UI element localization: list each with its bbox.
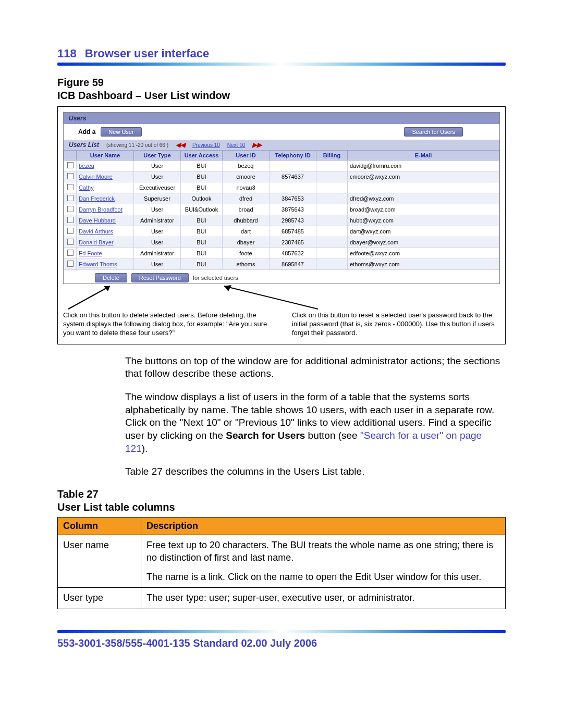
desc-col-header: Description <box>141 517 506 535</box>
telephony-id-cell: 8695847 <box>270 259 316 270</box>
billing-cell <box>316 226 348 237</box>
row-checkbox[interactable] <box>67 228 74 234</box>
arrow-icon <box>63 283 126 311</box>
paragraph-2-bold: Search for Users <box>226 430 305 441</box>
email-cell: dbayer@wxyz.com <box>348 237 499 248</box>
telephony-id-cell: 4857632 <box>270 248 316 259</box>
table-row: Dave HubbardAdministratorBUIdhubbard2985… <box>64 215 499 226</box>
user-id-cell: dbayer <box>223 237 270 248</box>
description-table: Column Description User nameFree text up… <box>57 517 506 609</box>
billing-cell <box>316 204 348 215</box>
footer-text: 553-3001-358/555-4001-135 Standard 02.00… <box>57 637 506 649</box>
row-checkbox[interactable] <box>67 239 74 245</box>
user-name-link[interactable]: Ed Foote <box>79 250 102 256</box>
user-access-cell: BUI&Outlook <box>181 204 223 215</box>
row-checkbox[interactable] <box>67 261 74 267</box>
telephony-id-cell: 3847653 <box>270 193 316 204</box>
table-row: User typeThe user type: user; super-user… <box>58 588 506 609</box>
user-name-link[interactable]: Cathy <box>79 184 94 191</box>
table-row: Dan FrederickSuperuserOutlookdfred384765… <box>64 193 499 204</box>
dashboard: Users Add a New User Search for Users Us… <box>63 112 500 284</box>
header-rule <box>57 63 506 66</box>
reset-password-button[interactable]: Reset Password <box>131 273 189 282</box>
section-users-header: Users <box>64 113 499 124</box>
desc-column-cell: User name <box>58 535 141 588</box>
user-id-cell: bezeq <box>223 161 270 171</box>
user-type-cell: Administrator <box>134 215 181 226</box>
user-access-cell: BUI <box>181 215 223 226</box>
desc-col-header: Column <box>58 517 141 535</box>
row-checkbox[interactable] <box>67 173 74 179</box>
paragraph-3: Table 27 describes the columns in the Us… <box>125 465 506 478</box>
email-cell: ethoms@wxyz.com <box>348 259 499 270</box>
billing-cell <box>316 215 348 226</box>
user-access-cell: BUI <box>181 161 223 171</box>
prev-10-link[interactable]: Previous 10 <box>192 142 220 148</box>
billing-cell <box>316 248 348 259</box>
table-caption: User List table columns <box>57 501 175 513</box>
row-checkbox[interactable] <box>67 195 74 201</box>
user-access-cell: BUI <box>181 226 223 237</box>
user-access-cell: Outlook <box>181 193 223 204</box>
paragraph-2: The window displays a list of users in t… <box>125 391 506 455</box>
delete-button[interactable]: Delete <box>95 273 127 282</box>
user-id-cell: dhubbard <box>223 215 270 226</box>
row-checkbox[interactable] <box>67 162 74 168</box>
user-name-link[interactable]: David Arthurs <box>79 228 113 235</box>
telephony-id-cell: 2387465 <box>270 237 316 248</box>
paragraph-1: The buttons on top of the window are for… <box>125 355 506 380</box>
user-name-link[interactable]: Donald Bayer <box>79 239 114 245</box>
table-row: Darryn BroadfootUserBUI&Outlookbroad3875… <box>64 204 499 215</box>
table-row: CathyExecutiveuserBUInovau3 <box>64 182 499 193</box>
table-row: bezeqUserBUIbezeqdavidg@fromru.com <box>64 161 499 171</box>
users-col-header: E-Mail <box>348 151 499 161</box>
arrow-icon <box>219 283 323 311</box>
search-users-button[interactable]: Search for Users <box>404 127 463 137</box>
users-col-header: User Type <box>134 151 181 161</box>
row-checkbox[interactable] <box>67 184 74 190</box>
desc-description-cell: Free text up to 20 characters. The BUI t… <box>141 535 506 588</box>
user-type-cell: User <box>134 226 181 237</box>
prev-arrow-icon: ◀◀ <box>176 141 185 149</box>
user-type-cell: User <box>134 161 181 171</box>
user-name-link[interactable]: Dave Hubbard <box>79 217 116 224</box>
user-type-cell: User <box>134 171 181 182</box>
user-name-link[interactable]: bezeq <box>79 163 94 169</box>
desc-column-cell: User type <box>58 588 141 609</box>
users-col-header: User Name <box>77 151 134 161</box>
user-name-link[interactable]: Darryn Broadfoot <box>79 206 123 213</box>
row-checkbox[interactable] <box>67 250 74 256</box>
user-name-link[interactable]: Dan Frederick <box>79 195 115 202</box>
page-title: Browser user interface <box>85 47 209 60</box>
desc-description-cell: The user type: user; super-user, executi… <box>141 588 506 609</box>
table-row: Ed FooteAdministratorBUIfoote4857632edfo… <box>64 248 499 259</box>
users-col-header: User Access <box>181 151 223 161</box>
add-label: Add a <box>78 128 95 135</box>
table-row: Edward ThomsUserBUIethoms8695847ethoms@w… <box>64 259 499 270</box>
user-name-link[interactable]: Calvin Moore <box>79 174 113 180</box>
row-checkbox[interactable] <box>67 217 74 223</box>
telephony-id-cell <box>270 182 316 193</box>
user-type-cell: Administrator <box>134 248 181 259</box>
for-selected-label: for selected users <box>193 275 238 281</box>
paragraph-2c: button (see <box>305 430 360 441</box>
user-type-cell: User <box>134 259 181 270</box>
paragraph-2d: ). <box>142 443 148 454</box>
users-col-header: Telephony ID <box>270 151 316 161</box>
row-checkbox[interactable] <box>67 206 74 212</box>
users-table: User NameUser TypeUser AccessUser IDTele… <box>64 150 499 270</box>
billing-cell <box>316 161 348 171</box>
user-access-cell: BUI <box>181 237 223 248</box>
user-id-cell: cmoore <box>223 171 270 182</box>
user-id-cell: foote <box>223 248 270 259</box>
user-access-cell: BUI <box>181 248 223 259</box>
user-name-link[interactable]: Edward Thoms <box>79 261 117 267</box>
email-cell: edfoote@wxyz.com <box>348 248 499 259</box>
footer-rule <box>57 630 506 633</box>
figure-caption: ICB Dashboard – User List window <box>57 90 230 101</box>
user-id-cell: novau3 <box>223 182 270 193</box>
next-10-link[interactable]: Next 10 <box>227 142 245 148</box>
billing-cell <box>316 171 348 182</box>
new-user-button[interactable]: New User <box>101 127 141 137</box>
user-type-cell: Superuser <box>134 193 181 204</box>
